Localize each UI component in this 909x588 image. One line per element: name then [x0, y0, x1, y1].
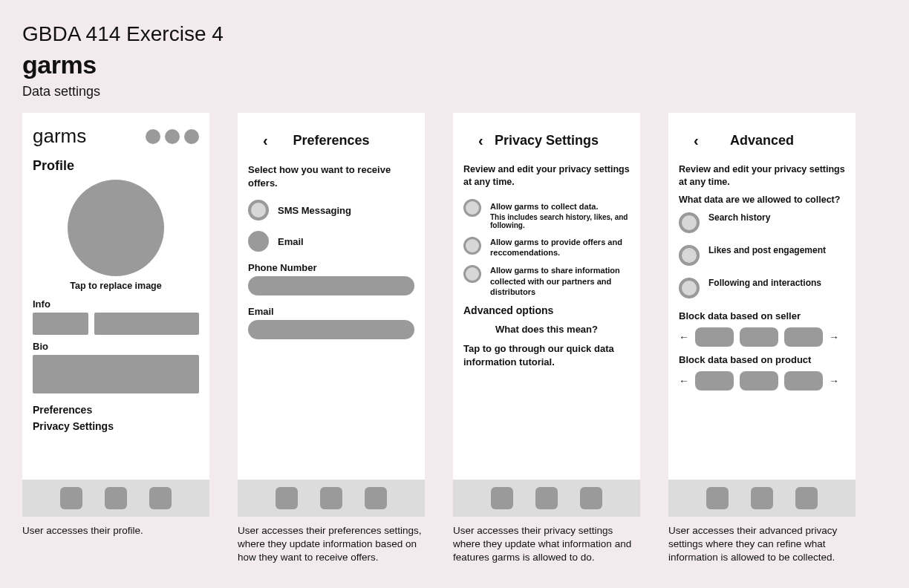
offers-label: Allow garms to provide offers and reccom…: [490, 237, 630, 258]
tab-item[interactable]: [105, 487, 127, 509]
tab-item[interactable]: [751, 487, 773, 509]
share-radio[interactable]: [463, 265, 481, 283]
bio-field[interactable]: [33, 355, 199, 393]
privacy-title: Privacy Settings: [495, 133, 599, 148]
email-label: Email: [278, 236, 304, 247]
page-supertitle: GBDA 414 Exercise 4: [22, 22, 887, 46]
preferences-link[interactable]: Preferences: [33, 404, 199, 416]
menu-dot-icon: [165, 129, 180, 144]
phone-number-input[interactable]: [248, 276, 414, 295]
advanced-screen: ‹ Advanced Review and edit your privacy …: [668, 113, 856, 517]
following-radio[interactable]: [679, 278, 700, 298]
product-chip[interactable]: [740, 371, 778, 391]
tutorial-text[interactable]: Tap to go through our quick data informa…: [463, 342, 630, 368]
preferences-screen: ‹ Preferences Select how you want to rec…: [238, 113, 425, 517]
avatar[interactable]: [68, 180, 164, 276]
tab-item[interactable]: [60, 487, 82, 509]
info-label: Info: [33, 298, 199, 310]
block-seller-heading: Block data based on seller: [679, 310, 845, 321]
advanced-options-link[interactable]: Advanced options: [463, 304, 630, 316]
privacy-help: Review and edit your privacy settings at…: [463, 163, 630, 189]
info-field-2[interactable]: [94, 313, 199, 335]
tab-item[interactable]: [535, 487, 558, 509]
likes-label: Likes and post engagement: [708, 245, 826, 255]
email-radio[interactable]: [248, 231, 269, 252]
advanced-caption: User accesses their advanced privacy set…: [668, 524, 856, 565]
sms-radio[interactable]: [248, 200, 269, 220]
tab-item[interactable]: [706, 487, 729, 509]
collect-data-sub: This includes search history, likes, and…: [490, 213, 630, 229]
preferences-title: Preferences: [293, 133, 369, 148]
sms-label: SMS Messaging: [278, 205, 351, 216]
chevron-left-icon[interactable]: ←: [679, 375, 689, 387]
product-chip[interactable]: [784, 371, 823, 391]
info-field-1[interactable]: [33, 313, 88, 335]
profile-heading: Profile: [33, 158, 199, 174]
tab-item[interactable]: [491, 487, 513, 509]
menu-dots[interactable]: [146, 129, 199, 144]
page-subtitle: Data settings: [22, 84, 887, 99]
collect-data-label: Allow garms to collect data.: [490, 202, 598, 211]
back-icon[interactable]: ‹: [263, 132, 268, 149]
tab-bar: [668, 480, 856, 517]
chevron-right-icon[interactable]: →: [829, 331, 839, 343]
advanced-subquestion: What data are we allowed to collect?: [679, 195, 845, 205]
search-history-label: Search history: [708, 212, 770, 223]
preferences-caption: User accesses their preferences settings…: [238, 524, 425, 565]
tab-item[interactable]: [795, 487, 818, 509]
tab-item[interactable]: [580, 487, 602, 509]
back-icon[interactable]: ‹: [694, 132, 699, 149]
phone-number-label: Phone Number: [248, 262, 414, 273]
profile-screen: garms Profile Tap to replace image Info: [22, 113, 209, 517]
chevron-left-icon[interactable]: ←: [679, 331, 689, 343]
privacy-screen: ‹ Privacy Settings Review and edit your …: [453, 113, 640, 517]
tab-item[interactable]: [149, 487, 172, 509]
email-label-title: Email: [248, 306, 414, 317]
privacy-caption: User accesses their privacy settings whe…: [453, 524, 640, 565]
seller-chip[interactable]: [695, 327, 734, 347]
likes-radio[interactable]: [679, 245, 700, 266]
tab-bar: [238, 480, 425, 517]
what-does-this-mean-link[interactable]: What does this mean?: [463, 324, 630, 335]
menu-dot-icon: [184, 129, 199, 144]
email-input[interactable]: [248, 320, 414, 339]
menu-dot-icon: [146, 129, 160, 144]
collect-data-radio[interactable]: [463, 199, 481, 217]
tab-item[interactable]: [365, 487, 387, 509]
offers-radio[interactable]: [463, 237, 481, 255]
page-title: garms: [22, 50, 887, 79]
block-product-heading: Block data based on product: [679, 354, 845, 365]
app-brand: garms: [33, 125, 86, 148]
seller-chip[interactable]: [740, 327, 778, 347]
advanced-title: Advanced: [730, 133, 794, 148]
search-history-radio[interactable]: [679, 212, 700, 233]
bio-label: Bio: [33, 341, 199, 352]
preferences-help: Select how you want to receive offers.: [248, 163, 414, 189]
profile-caption: User accesses their profile.: [22, 524, 209, 538]
seller-chip[interactable]: [784, 327, 823, 347]
following-label: Following and interactions: [708, 278, 821, 288]
share-label: Allow garms to share information collect…: [490, 265, 630, 297]
avatar-caption[interactable]: Tap to replace image: [70, 281, 161, 291]
tab-bar: [453, 480, 640, 517]
tab-bar: [22, 480, 209, 517]
product-chip[interactable]: [695, 371, 734, 391]
chevron-right-icon[interactable]: →: [829, 375, 839, 387]
back-icon[interactable]: ‹: [478, 132, 483, 149]
advanced-help: Review and edit your privacy settings at…: [679, 163, 845, 189]
tab-item[interactable]: [276, 487, 298, 509]
tab-item[interactable]: [320, 487, 342, 509]
privacy-settings-link[interactable]: Privacy Settings: [33, 420, 199, 432]
